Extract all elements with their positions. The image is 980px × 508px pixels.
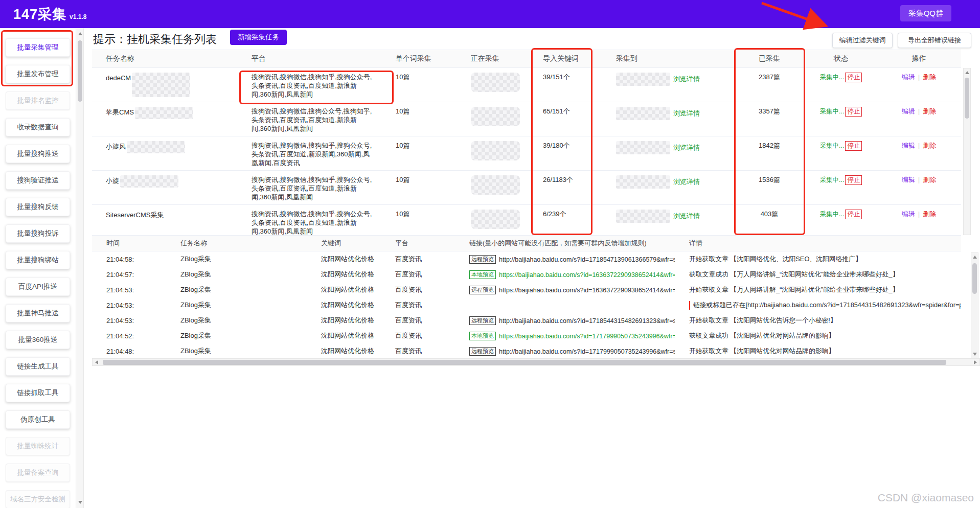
preview-tag[interactable]: 远程预览 [469, 316, 496, 325]
log-table-h-scrollbar[interactable] [92, 358, 980, 366]
edit-link[interactable]: 编辑 [902, 210, 915, 218]
browse-detail-link[interactable]: 浏览详情 [673, 175, 700, 189]
log-url[interactable]: https://baijiahao.baidu.com/s?id=1636372… [499, 287, 675, 294]
status-cell: 采集中...停止 [805, 205, 877, 219]
preview-tag[interactable]: 远程预览 [469, 255, 496, 264]
redacted-blur [616, 73, 670, 86]
table-row: 小旋风 搜狗资讯,搜狗微信,搜狗知乎,搜狗公众号,头条资讯,百度知道,新浪新闻,… [92, 136, 961, 171]
stop-button[interactable]: 停止 [845, 141, 862, 151]
scroll-up-icon[interactable] [78, 32, 82, 35]
scroll-down-icon[interactable] [78, 501, 82, 504]
edit-link[interactable]: 编辑 [902, 176, 915, 183]
sidebar-item-15[interactable]: 伪原创工具 [6, 410, 70, 429]
log-url[interactable]: http://baijiahao.baidu.com/s?id=17179990… [499, 348, 675, 355]
edit-link[interactable]: 编辑 [902, 142, 915, 149]
preview-tag[interactable]: 本地预览 [469, 270, 496, 279]
sidebar-item-5[interactable]: 批量搜狗推送 [6, 145, 70, 163]
delete-link[interactable]: 删除 [923, 142, 936, 149]
log-table-v-scrollbar[interactable] [971, 252, 978, 359]
sidebar-item-8[interactable]: 批量搜狗投诉 [6, 224, 70, 243]
task-name-cell: 苹果CMS [92, 102, 238, 119]
stop-button[interactable]: 停止 [845, 175, 862, 185]
preview-tag[interactable]: 远程预览 [469, 347, 496, 356]
browse-detail-link[interactable]: 浏览详情 [673, 73, 700, 86]
log-task: ZBlog采集 [166, 331, 307, 340]
stop-button[interactable]: 停止 [845, 73, 862, 82]
delete-link[interactable]: 删除 [923, 73, 936, 81]
collected-count-cell: 403篇 [734, 205, 805, 219]
sidebar-item-2[interactable]: 批量发布管理 [6, 65, 70, 83]
sidebar-item-1[interactable]: 批量采集管理 [6, 38, 70, 57]
sidebar-item-13[interactable]: 链接生成工具 [6, 357, 70, 376]
stop-button[interactable]: 停止 [845, 107, 862, 117]
log-time: 21:04:53: [92, 302, 166, 309]
export-error-links-button[interactable]: 导出全部错误链接 [898, 33, 971, 48]
column-header: 任务名称 [166, 239, 307, 248]
log-url[interactable]: http://baijiahao.baidu.com/s?id=17185471… [499, 256, 675, 263]
log-detail-text: 开始获取文章 【沈阳网站优化告诉您一个小秘密!】 [689, 316, 837, 324]
delete-link[interactable]: 删除 [923, 107, 936, 115]
delete-link[interactable]: 删除 [923, 210, 936, 218]
scroll-left-icon[interactable] [95, 360, 98, 364]
log-row: 21:04:53: ZBlog采集 沈阳网站优化价格 百度资讯 链接或标题已存在… [92, 297, 961, 313]
log-row: 21:04:57: ZBlog采集 沈阳网站优化价格 百度资讯 本地预览http… [92, 267, 961, 282]
sidebar-item-11[interactable]: 批量神马推送 [6, 304, 70, 322]
browse-detail-link[interactable]: 浏览详情 [673, 141, 700, 154]
sidebar-scrollbar[interactable] [76, 28, 84, 508]
sidebar-item-14[interactable]: 链接抓取工具 [6, 384, 70, 402]
edit-link[interactable]: 编辑 [902, 73, 915, 81]
app-version: v1.1.8 [70, 13, 86, 20]
edit-filter-keywords-button[interactable]: 编辑过滤关键词 [832, 33, 893, 48]
sidebar-item-7[interactable]: 批量搜狗反馈 [6, 198, 70, 216]
scroll-up-icon[interactable] [965, 71, 969, 74]
edit-link[interactable]: 编辑 [902, 107, 915, 115]
scroll-up-icon[interactable] [973, 256, 977, 259]
sidebar-item-16[interactable]: 批量蜘蛛统计 [6, 437, 70, 455]
log-scroll-thumb[interactable] [972, 263, 977, 294]
column-header: 导入关键词 [534, 54, 608, 63]
delete-link[interactable]: 删除 [923, 176, 936, 183]
log-detail-cell: 开始获取文章 【万人网络讲解_“沈阳网站优化”能给企业带来哪些好处_】 [675, 286, 961, 294]
log-time: 21:04:48: [92, 348, 166, 355]
log-url[interactable]: http://baijiahao.baidu.com/s?id=17185443… [499, 317, 675, 325]
preview-tag[interactable]: 远程预览 [469, 286, 496, 294]
stop-button[interactable]: 停止 [845, 210, 862, 219]
log-url[interactable]: https://baijiahao.baidu.com/s?id=1717999… [499, 333, 675, 340]
task-table-scrollbar[interactable] [963, 68, 971, 235]
log-detail-text: 获取文章成功 【万人网络讲解_“沈阳网站优化”能给企业带来哪些好处_】 [689, 270, 899, 278]
sidebar-item-3[interactable]: 批量排名监控 [6, 91, 70, 110]
log-url[interactable]: https://baijiahao.baidu.com/s?id=1636372… [499, 271, 675, 279]
redacted-blur [616, 210, 670, 223]
column-header: 采集到 [608, 54, 734, 63]
task-scroll-thumb[interactable] [965, 78, 969, 119]
sidebar-item-17[interactable]: 批量备案查询 [6, 464, 70, 482]
add-task-button[interactable]: 新增采集任务 [230, 30, 287, 45]
redacted-blur [616, 107, 670, 120]
sidebar-item-4[interactable]: 收录数据查询 [6, 118, 70, 136]
task-table-body: dedeCM 搜狗资讯,搜狗微信,搜狗知乎,搜狗公众号,头条资讯,百度资讯,百度… [92, 68, 969, 235]
log-platform: 百度资讯 [381, 301, 455, 310]
log-h-scroll-thumb[interactable] [103, 360, 946, 365]
browse-detail-link[interactable]: 浏览详情 [673, 210, 700, 223]
qq-group-button[interactable]: 采集QQ群 [900, 5, 951, 21]
status-cell: 采集中...停止 [805, 102, 877, 117]
column-header: 操作 [877, 54, 961, 63]
log-time: 21:04:53: [92, 286, 166, 294]
log-keyword: 沈阳网站优化价格 [307, 301, 381, 310]
sidebar-item-18[interactable]: 域名三方安全检测 [6, 490, 70, 508]
csdn-watermark: CSDN @xiaomaseo [878, 492, 974, 504]
task-name-cell: SiteserverCMS采集 [92, 205, 238, 221]
sidebar-item-9[interactable]: 批量搜狗绑站 [6, 251, 70, 269]
browse-detail-link[interactable]: 浏览详情 [673, 107, 700, 120]
log-row: 21:04:58: ZBlog采集 沈阳网站优化价格 百度资讯 远程预览http… [92, 251, 961, 267]
preview-tag[interactable]: 本地预览 [469, 332, 496, 340]
status-running-label: 采集中... [820, 176, 845, 183]
sidebar-item-6[interactable]: 搜狗验证推送 [6, 171, 70, 190]
log-link-cell: 本地预览https://baijiahao.baidu.com/s?id=163… [455, 270, 675, 279]
log-task: ZBlog采集 [166, 285, 307, 294]
scroll-right-icon[interactable] [974, 360, 977, 364]
sidebar-scroll-thumb[interactable] [78, 40, 82, 102]
sidebar-item-12[interactable]: 批量360推送 [6, 331, 70, 349]
sidebar-item-10[interactable]: 百度API推送 [6, 278, 70, 296]
scroll-down-icon[interactable] [973, 353, 977, 356]
